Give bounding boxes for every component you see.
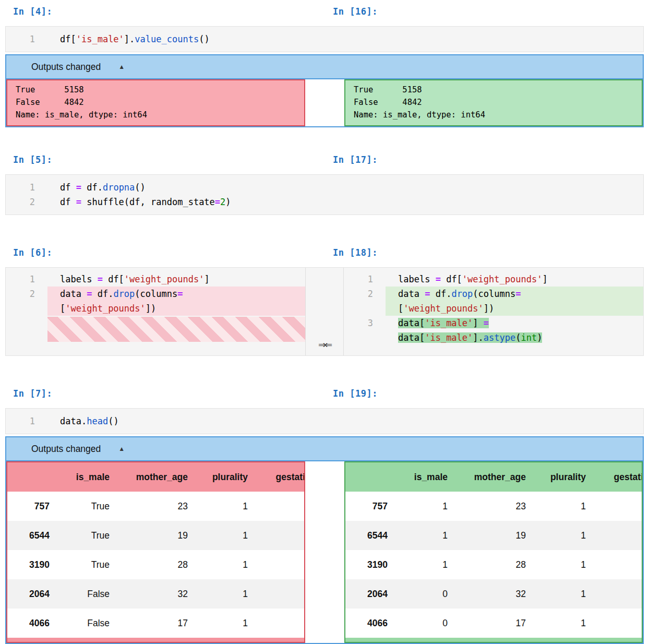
merge-arrows-icon[interactable]: ⇒⇐ bbox=[306, 339, 343, 350]
code-token: 'weight_pounds' bbox=[124, 274, 205, 284]
outputs-changed-box: Outputs changed ▲ True 5158 False 4842 N… bbox=[5, 54, 644, 127]
table-cell: 1 bbox=[395, 550, 455, 579]
table-cell: 1 bbox=[195, 492, 255, 521]
row-index: 2064 bbox=[345, 579, 395, 609]
table-cell bbox=[593, 579, 643, 609]
table-header-row: is_malemother_agepluralitygestati bbox=[345, 462, 643, 492]
code-token: ( bbox=[515, 332, 521, 343]
dataframe-new: is_malemother_agepluralitygestati7571231… bbox=[344, 461, 643, 643]
code-token: ]) bbox=[146, 303, 156, 314]
code-token: df[ bbox=[60, 34, 76, 44]
outputs-changed-box: Outputs changed ▲ is_malemother_ageplura… bbox=[5, 436, 644, 644]
prompt-row: In [4]: In [16]: bbox=[5, 6, 644, 20]
table-cell: 1 bbox=[533, 521, 593, 550]
code-token: = bbox=[177, 289, 183, 299]
table-cell: 17 bbox=[455, 609, 533, 638]
table-cell: 19 bbox=[117, 521, 195, 550]
deleted-lines-stripes bbox=[47, 317, 305, 342]
code-token: () bbox=[135, 182, 145, 193]
code-cell: 1data.head() bbox=[5, 408, 644, 434]
table-cell: False bbox=[57, 579, 117, 609]
table-overflow-strip bbox=[7, 638, 304, 642]
prompt-row: In [6]: In [18]: bbox=[5, 247, 644, 261]
code-token: dropna bbox=[103, 182, 135, 193]
column-header: gestati bbox=[593, 462, 643, 492]
row-index: 757 bbox=[345, 492, 395, 521]
added-text-highlight: data['is_male'] = bbox=[398, 318, 489, 328]
table-row: 40660171 bbox=[345, 609, 643, 638]
outputs-changed-label: Outputs changed bbox=[31, 444, 101, 455]
collapse-up-icon[interactable]: ▲ bbox=[118, 63, 125, 70]
line-number: 1 bbox=[6, 32, 47, 46]
table-row: 7571231 bbox=[345, 492, 643, 521]
code-token: = bbox=[87, 289, 92, 299]
input-prompt-old: In [6]: bbox=[13, 247, 52, 258]
code-text: ['weight_pounds']) bbox=[386, 301, 643, 316]
code-line: 2data = df.drop(columns= bbox=[6, 287, 305, 301]
collapse-up-icon[interactable]: ▲ bbox=[118, 445, 125, 452]
diff-section-cell-7: In [7]: In [19]: 1data.head() Outputs ch… bbox=[5, 388, 644, 644]
code-token: data bbox=[398, 289, 425, 299]
code-line: 1labels = df['weight_pounds'] bbox=[344, 272, 643, 287]
table-row: 757True231 bbox=[7, 492, 305, 521]
output-removed: True 5158 False 4842 Name: is_male, dtyp… bbox=[6, 79, 305, 126]
code-text: labels = df['weight_pounds'] bbox=[47, 272, 305, 287]
table-cell: 1 bbox=[533, 579, 593, 609]
code-token: ] bbox=[542, 274, 547, 284]
diff-section-cell-4: In [4]: In [16]: 1df['is_male'].value_co… bbox=[5, 6, 644, 127]
line-number bbox=[344, 330, 386, 345]
code-token: = bbox=[515, 289, 521, 299]
table-cell: True bbox=[57, 492, 117, 521]
table-cell: 23 bbox=[117, 492, 195, 521]
input-prompt-old: In [7]: bbox=[13, 388, 52, 399]
table-cell bbox=[255, 521, 305, 550]
code-token: 'weight_pounds' bbox=[462, 274, 543, 284]
code-token: labels bbox=[60, 274, 98, 284]
table-cell: 1 bbox=[195, 550, 255, 579]
code-token: (columns bbox=[135, 289, 177, 299]
code-token: = bbox=[98, 274, 103, 284]
code-token: df. bbox=[92, 289, 113, 299]
table-cell: True bbox=[57, 550, 117, 579]
table-header-row: is_malemother_agepluralitygestati bbox=[7, 462, 305, 492]
table-cell: 1 bbox=[395, 492, 455, 521]
code-token: () bbox=[108, 416, 118, 426]
table-cell: 32 bbox=[117, 579, 195, 609]
code-token: = bbox=[436, 274, 441, 284]
diff-center-gutter: ⇒⇐ bbox=[306, 268, 344, 355]
code-token: ]. bbox=[124, 34, 135, 44]
table-cell: 19 bbox=[455, 521, 533, 550]
line-number: 1 bbox=[6, 180, 47, 195]
code-pane-new: 1labels = df['weight_pounds']2data = df.… bbox=[344, 268, 643, 355]
column-header: mother_age bbox=[117, 462, 195, 492]
row-index: 4066 bbox=[345, 609, 395, 638]
output-gap bbox=[305, 79, 344, 126]
code-token: ) bbox=[225, 197, 231, 207]
table-cell bbox=[255, 550, 305, 579]
code-line: 2data = df.drop(columns= bbox=[344, 287, 643, 301]
code-token: 'is_male' bbox=[76, 34, 124, 44]
code-token: = bbox=[76, 182, 81, 193]
dataframe-old: is_malemother_agepluralitygestati757True… bbox=[6, 461, 305, 643]
table-row: 31901281 bbox=[345, 550, 643, 579]
input-prompt-new: In [18]: bbox=[333, 247, 378, 258]
table-cell: True bbox=[57, 521, 117, 550]
outputs-row: True 5158 False 4842 Name: is_male, dtyp… bbox=[6, 79, 643, 126]
code-text: labels = df['weight_pounds'] bbox=[386, 272, 643, 287]
table-cell: 1 bbox=[533, 609, 593, 638]
table-row: 6544True191 bbox=[7, 521, 305, 550]
code-line: 2df = shuffle(df, random_state=2) bbox=[6, 195, 643, 209]
code-line: 1df['is_male'].value_counts() bbox=[6, 32, 643, 46]
code-line: ['weight_pounds']) bbox=[6, 301, 305, 316]
table-cell bbox=[593, 609, 643, 638]
table-row: 4066False171 bbox=[7, 609, 305, 638]
code-token: int bbox=[521, 332, 537, 343]
code-token: = bbox=[215, 197, 220, 207]
table-cell bbox=[593, 492, 643, 521]
column-header: is_male bbox=[57, 462, 117, 492]
code-token: df. bbox=[430, 289, 451, 299]
code-token: data[ bbox=[398, 332, 425, 343]
line-number: 1 bbox=[6, 272, 47, 287]
row-index: 6544 bbox=[7, 521, 57, 550]
code-token: () bbox=[199, 34, 209, 44]
